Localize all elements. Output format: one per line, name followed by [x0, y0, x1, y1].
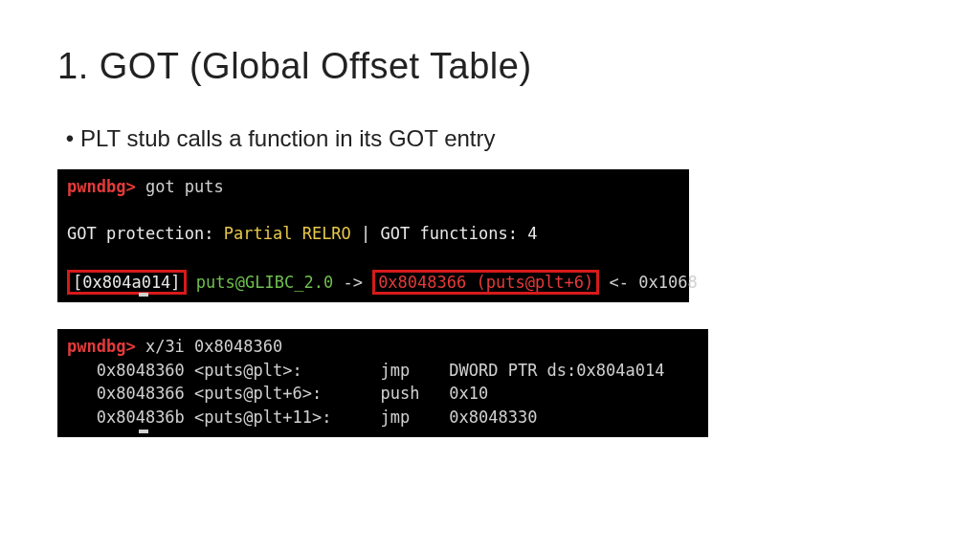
- label-text: GOT protection:: [67, 224, 214, 243]
- disasm-addr: 0x804836b: [97, 408, 185, 427]
- slide: 1. GOT (Global Offset Table) •PLT stub c…: [0, 0, 980, 493]
- value-text: 4: [527, 224, 537, 243]
- slide-title: 1. GOT (Global Offset Table): [57, 46, 923, 87]
- value-text: Partial RELRO: [224, 224, 351, 243]
- label-text: GOT functions:: [381, 224, 518, 243]
- disasm-sym: <puts@plt>:: [194, 361, 302, 380]
- bullet-text: PLT stub calls a function in its GOT ent…: [80, 125, 496, 151]
- disasm-arg: 0x8048330: [449, 408, 537, 427]
- disasm-addr: 0x8048366: [97, 384, 185, 403]
- prompt: pwndbg>: [67, 337, 136, 356]
- disasm-op: push: [381, 384, 420, 403]
- bullet-dot: •: [63, 125, 77, 152]
- prompt: pwndbg>: [67, 177, 136, 196]
- offset-value: 0x1068: [638, 273, 697, 292]
- symbol-name: puts@GLIBC_2.0: [196, 273, 333, 292]
- got-address: [0x804a014]: [73, 273, 181, 292]
- command-text: x/3i 0x8048360: [145, 337, 282, 356]
- cursor: [139, 430, 148, 433]
- terminal-got: pwndbg> got puts GOT protection: Partial…: [57, 169, 689, 302]
- highlight-box-target: 0x8048366 (puts@plt+6): [372, 270, 599, 295]
- highlight-box-addr: [0x804a014]: [67, 270, 187, 295]
- disasm-arg: 0x10: [449, 384, 488, 403]
- arrow: <-: [610, 273, 629, 292]
- target-address: 0x8048366 (puts@plt+6): [378, 273, 593, 292]
- terminal-disasm: pwndbg> x/3i 0x8048360 0x8048360 <puts@p…: [57, 329, 708, 437]
- arrow: ->: [343, 273, 362, 292]
- command-text: got puts: [145, 177, 224, 196]
- disasm-sym: <puts@plt+6>:: [194, 384, 322, 403]
- disasm-op: jmp: [381, 361, 411, 380]
- bullet-item: •PLT stub calls a function in its GOT en…: [63, 125, 923, 152]
- separator: |: [361, 224, 370, 243]
- cursor: [139, 293, 148, 297]
- disasm-addr: 0x8048360: [97, 361, 185, 380]
- disasm-sym: <puts@plt+11>:: [194, 408, 331, 427]
- disasm-arg: DWORD PTR ds:0x804a014: [449, 361, 664, 380]
- disasm-op: jmp: [381, 408, 411, 427]
